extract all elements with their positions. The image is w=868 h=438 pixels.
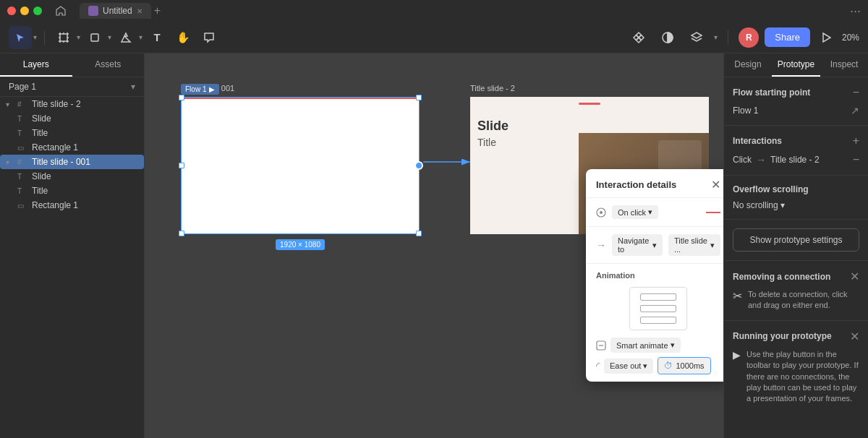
ease-dropdown[interactable]: Ease out ▾ [604,358,653,374]
handle-tl[interactable] [179,95,184,100]
layers-icon[interactable] [685,26,708,49]
flow-name: Flow 1 [733,106,758,116]
share-button[interactable]: Share [765,27,810,47]
close-button[interactable] [7,7,16,15]
tab-close-icon[interactable]: ✕ [137,7,142,15]
tab-inspect[interactable]: Inspect [820,53,868,77]
layer-item[interactable]: T Slide [0,111,144,126]
titlebar-menu-icon[interactable]: ··· [850,4,861,19]
play-proto-icon: ▶ [733,349,741,405]
overflow-value[interactable]: No scrolling ▾ [733,200,785,210]
tab-design[interactable]: Design [724,53,772,77]
flow-minus-button[interactable]: − [853,86,859,99]
interaction-target: Title slide - 2 [770,155,848,165]
text-tool-label: T [153,31,160,43]
svg-rect-13 [91,34,98,41]
handle-tr[interactable] [416,95,422,100]
time-icon: ⏱ [664,361,673,371]
minimize-button[interactable] [20,7,29,15]
traffic-lights [7,7,42,15]
text-layer-icon: T [17,173,27,181]
target-dropdown[interactable]: Title slide ... ▾ [668,234,720,256]
running-title: Running your prototype [733,331,832,341]
new-tab-button[interactable]: + [154,4,161,17]
action-label: Navigate to [618,236,650,254]
canvas-content: Title slide - 001 Flow 1 ▶ [145,53,723,438]
comment-tool[interactable] [197,26,221,49]
layer-item-active[interactable]: ▾ # Title slide - 001 [0,155,144,169]
page-selector[interactable]: Page 1 ▾ [0,77,144,97]
connection-point[interactable] [414,161,423,170]
main-area: Layers Assets Page 1 ▾ ▾ # Title slide -… [0,53,868,438]
show-prototype-settings-button[interactable]: Show prototype settings [733,228,859,252]
flow-badge-label: Flow 1 [185,85,206,93]
frame-tool[interactable] [52,26,75,49]
trigger-dropdown[interactable]: On click ▾ [612,205,658,219]
handle-ml[interactable] [179,163,184,168]
move-tool[interactable] [9,26,32,49]
pen-tool[interactable] [114,26,137,49]
smart-animate-dropdown[interactable]: Smart animate ▾ [610,338,681,353]
shape-tool-dropdown[interactable]: ▾ [108,33,111,41]
canvas-area[interactable]: Title slide - 001 Flow 1 ▶ [145,53,723,438]
handle-br[interactable] [416,231,422,236]
anim-line-1 [640,293,676,301]
interaction-right-row: Click → Title slide - 2 − [733,153,859,166]
layers-dropdown[interactable]: ▾ [714,33,718,41]
slide-001[interactable] [181,97,420,234]
layer-item[interactable]: T Slide [0,169,144,184]
svg-rect-0 [60,34,67,41]
tool-group-text: T [145,26,169,49]
expand-icon: ▾ [6,158,13,166]
zoom-level[interactable]: 20% [842,33,859,43]
anim-lines [640,293,676,324]
removing-header: Removing a connection ✕ [733,270,859,283]
layer-item[interactable]: T Title [0,184,144,198]
maximize-button[interactable] [33,7,42,15]
layer-item[interactable]: ▭ Rectangle 1 [0,198,144,212]
tab-untitled[interactable]: Untitled ✕ [80,3,151,19]
tool-group-comment [197,26,221,49]
play-button[interactable] [816,27,836,48]
move-tool-dropdown[interactable]: ▾ [33,33,37,41]
home-icon[interactable] [54,4,68,18]
layer-item[interactable]: ▾ # Title slide - 2 [0,97,144,111]
smart-animate-label: Smart animate [616,341,668,350]
interaction-close-icon[interactable]: ✕ [711,178,720,192]
target-chevron: ▾ [710,241,715,250]
layer-label: Title [32,186,48,196]
layer-item[interactable]: ▭ Rectangle 1 [0,140,144,155]
action-dropdown[interactable]: Navigate to ▾ [612,234,663,256]
tab-prototype[interactable]: Prototype [772,53,820,77]
time-input[interactable]: ⏱ 1000ms [658,357,710,374]
smart-animate-chevron: ▾ [671,340,675,350]
flow-edit-icon[interactable]: ↗ [851,105,859,116]
tab-assets[interactable]: Assets [72,53,145,77]
show-proto-section: Show prototype settings [724,220,868,261]
tab-layers[interactable]: Layers [0,53,72,77]
removing-close-icon[interactable]: ✕ [850,270,859,283]
running-text: Use the play button in the toolbar to pl… [746,349,859,405]
hand-tool[interactable]: ✋ [171,26,195,49]
running-close-icon[interactable]: ✕ [850,330,859,343]
pen-tool-dropdown[interactable]: ▾ [139,33,142,41]
text-tool[interactable]: T [145,26,169,49]
flow-section-header: Flow starting point − [733,86,859,99]
ease-curve-icon: ◜ [596,360,600,372]
action-chevron: ▾ [652,241,657,250]
page-dropdown-icon: ▾ [131,82,135,92]
flow-badge-arrow: ▶ [209,85,215,93]
toolbar: ▾ ▾ ▾ ▾ T ✋ [0,22,868,53]
components-icon[interactable] [627,26,650,49]
handle-bl[interactable] [179,231,184,236]
shape-tool[interactable] [83,26,106,49]
interactions-title: Interactions [733,136,782,146]
flow-badge[interactable]: Flow 1 ▶ [181,84,219,95]
add-interaction-button[interactable]: + [853,134,859,147]
running-header: Running your prototype ✕ [733,330,859,343]
frame-tool-dropdown[interactable]: ▾ [77,33,80,41]
anim-control-row-1: Smart animate ▾ [596,338,720,353]
layer-item[interactable]: T Title [0,126,144,140]
remove-interaction-button[interactable]: − [853,153,859,166]
contrast-icon[interactable] [656,26,679,49]
